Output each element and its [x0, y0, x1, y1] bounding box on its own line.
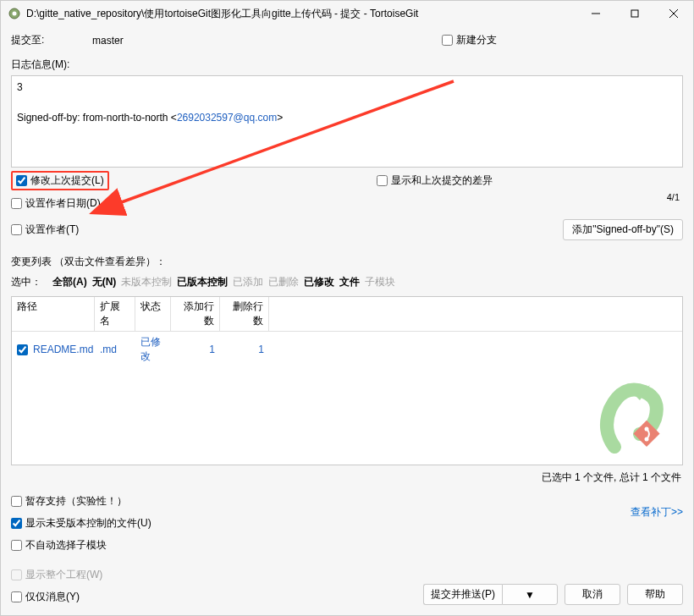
filter-modified[interactable]: 已修改: [301, 275, 337, 289]
titlebar: D:\gitte_native_repository\使用tortoiseGit…: [1, 1, 693, 26]
view-patch-link[interactable]: 查看补丁>>: [631, 490, 683, 520]
filter-none[interactable]: 无(N): [90, 275, 119, 289]
message-counter: 4/1: [667, 192, 680, 202]
amend-checkbox[interactable]: [16, 175, 27, 186]
minimize-button[interactable]: [576, 1, 615, 26]
td-added: 1: [171, 342, 220, 357]
bottom-checks: 暂存支持（实验性！） 显示未受版本控制的文件(U) 不自动选择子模块: [11, 492, 151, 555]
show-whole-proj-checkbox: [11, 569, 22, 580]
only-msg-row[interactable]: 仅仅消息(Y): [11, 587, 102, 607]
commit-to-label: 提交至:: [11, 33, 87, 47]
footer-checks: 显示整个工程(W) 仅仅消息(Y): [11, 565, 102, 607]
signed-off-suffix: >: [277, 112, 283, 124]
window-title: D:\gitte_native_repository\使用tortoiseGit…: [26, 7, 576, 21]
commit-push-split-button: 提交并推送(P) ▼: [423, 584, 558, 605]
td-ext: .md: [95, 342, 135, 357]
th-deleted[interactable]: 删除行数: [220, 297, 269, 331]
maximize-button[interactable]: [615, 1, 654, 26]
show-diff-checkbox[interactable]: [377, 175, 388, 186]
stash-label: 暂存支持（实验性！）: [25, 494, 127, 509]
author-date-label: 设置作者日期(D): [25, 196, 101, 211]
commit-push-button[interactable]: 提交并推送(P): [423, 584, 502, 605]
author-label: 设置作者(T): [25, 223, 79, 237]
show-diff-checkbox-row[interactable]: 显示和上次提交的差异: [377, 171, 493, 190]
file-list-table: 路径 扩展名 状态 添加行数 删除行数 README.md .md 已修改 1 …: [11, 296, 683, 465]
th-path[interactable]: 路径: [12, 297, 95, 331]
td-path: README.md: [12, 342, 95, 357]
filter-versioned[interactable]: 已版本控制: [174, 275, 230, 289]
show-unversioned-row[interactable]: 显示未受版本控制的文件(U): [11, 514, 151, 533]
no-auto-submod-checkbox[interactable]: [11, 540, 22, 551]
changes-list-label: 变更列表 （双击文件查看差异）：: [11, 255, 683, 269]
amend-row: 修改上次提交(L) 显示和上次提交的差异: [11, 171, 683, 190]
td-status: 已修改: [135, 333, 171, 366]
th-ext[interactable]: 扩展名: [95, 297, 135, 331]
author-date-checkbox[interactable]: [11, 198, 22, 209]
window-controls: [576, 1, 693, 26]
commit-dialog: D:\gitte_native_repository\使用tortoiseGit…: [0, 0, 694, 616]
only-msg-checkbox[interactable]: [11, 591, 22, 602]
filter-label: 选中：: [11, 275, 41, 289]
filter-file[interactable]: 文件: [337, 275, 362, 289]
file-checkbox[interactable]: [17, 344, 28, 355]
selection-status: 已选中 1 个文件, 总计 1 个文件: [11, 469, 683, 487]
th-status[interactable]: 状态: [135, 297, 171, 331]
commit-push-dropdown[interactable]: ▼: [502, 584, 558, 605]
app-icon: [8, 7, 21, 20]
stash-checkbox[interactable]: [11, 496, 22, 507]
content-area: 提交至: master 新建分支 日志信息(M): 3 Signed-off-b…: [1, 26, 693, 615]
filter-added[interactable]: 已添加: [230, 275, 266, 289]
signed-off-prefix: Signed-off-by: from-north-to-north <: [17, 112, 177, 124]
filter-unversioned[interactable]: 未版本控制: [118, 275, 174, 289]
signed-off-email: 2692032597@qq.com: [177, 112, 277, 124]
svg-point-1: [13, 12, 17, 16]
filter-row: 选中： 全部(A) 无(N) 未版本控制 已版本控制 已添加 已删除 已修改 文…: [11, 275, 683, 289]
help-button[interactable]: 帮助: [627, 584, 683, 605]
new-branch-checkbox[interactable]: 新建分支: [442, 33, 497, 47]
show-diff-label: 显示和上次提交的差异: [391, 173, 493, 188]
th-added[interactable]: 添加行数: [171, 297, 220, 331]
show-unversioned-label: 显示未受版本控制的文件(U): [25, 516, 151, 531]
log-label: 日志信息(M):: [11, 58, 683, 72]
amend-highlight: 修改上次提交(L): [11, 171, 109, 190]
author-date-row[interactable]: 设置作者日期(D): [11, 194, 683, 213]
filter-deleted[interactable]: 已删除: [266, 275, 301, 289]
author-checkbox[interactable]: [11, 224, 22, 235]
msg-line-1: 3: [17, 80, 677, 95]
new-branch-check[interactable]: [442, 35, 453, 46]
table-row[interactable]: README.md .md 已修改 1 1: [12, 332, 682, 367]
table-body: README.md .md 已修改 1 1: [12, 332, 682, 465]
show-whole-proj-row[interactable]: 显示整个工程(W): [11, 565, 102, 585]
cancel-button[interactable]: 取消: [565, 584, 620, 605]
close-button[interactable]: [654, 1, 693, 26]
add-signed-off-button[interactable]: 添加"Signed-off-by"(S): [563, 219, 683, 240]
table-header: 路径 扩展名 状态 添加行数 删除行数: [12, 297, 682, 332]
msg-line-3: Signed-off-by: from-north-to-north <2692…: [17, 110, 677, 125]
show-whole-proj-label: 显示整个工程(W): [25, 568, 102, 582]
td-deleted: 1: [220, 342, 269, 357]
amend-label: 修改上次提交(L): [30, 173, 104, 188]
file-name: README.md: [33, 344, 93, 355]
only-msg-label: 仅仅消息(Y): [25, 590, 80, 604]
branch-name: master: [92, 35, 124, 47]
commit-to-row: 提交至: master 新建分支: [11, 33, 683, 47]
show-unversioned-checkbox[interactable]: [11, 518, 22, 529]
filter-all[interactable]: 全部(A): [50, 275, 90, 289]
svg-rect-3: [631, 10, 638, 17]
author-row[interactable]: 设置作者(T) 添加"Signed-off-by"(S): [11, 217, 683, 243]
new-branch-label: 新建分支: [456, 33, 497, 47]
no-auto-submod-label: 不自动选择子模块: [25, 538, 107, 553]
stash-row[interactable]: 暂存支持（实验性！）: [11, 492, 151, 511]
filter-submod[interactable]: 子模块: [362, 275, 398, 289]
footer-buttons: 提交并推送(P) ▼ 取消 帮助: [423, 579, 683, 607]
commit-message-box[interactable]: 3 Signed-off-by: from-north-to-north <26…: [11, 75, 683, 168]
no-auto-submod-row[interactable]: 不自动选择子模块: [11, 536, 151, 555]
